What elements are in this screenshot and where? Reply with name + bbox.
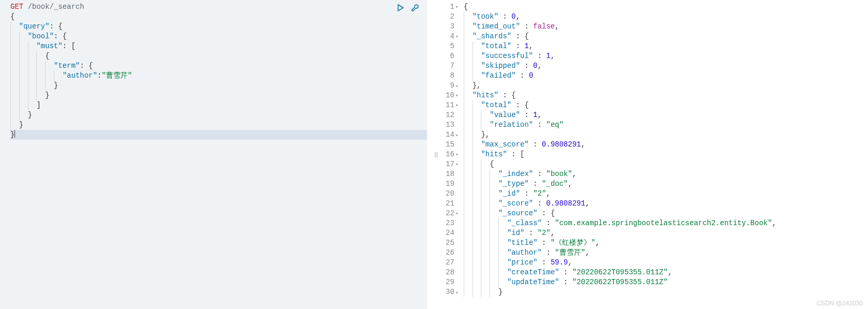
panel-divider[interactable]: ||: [427, 0, 444, 309]
response-panel: 1▾2 3 4▾5 6 7 8 9▴10▾11▾12 13 14▴15 16▾1…: [444, 0, 868, 309]
svg-marker-0: [398, 5, 403, 11]
action-buttons: [396, 3, 420, 12]
watermark: CSDN @242030: [816, 300, 863, 307]
run-query-button[interactable]: [396, 3, 405, 12]
request-editor[interactable]: GET /book/_search{ "query": { "bool": { …: [0, 0, 427, 309]
response-gutter: 1▾2 3 4▾5 6 7 8 9▴10▾11▾12 13 14▴15 16▾1…: [444, 0, 464, 309]
wrench-tools-button[interactable]: [410, 3, 420, 12]
divider-handle-icon[interactable]: ||: [433, 152, 437, 158]
response-viewer[interactable]: 1▾2 3 4▾5 6 7 8 9▴10▾11▾12 13 14▴15 16▾1…: [444, 0, 868, 309]
request-code[interactable]: GET /book/_search{ "query": { "bool": { …: [10, 0, 427, 309]
request-gutter: [0, 0, 10, 309]
request-editor-panel[interactable]: GET /book/_search{ "query": { "bool": { …: [0, 0, 427, 309]
response-code[interactable]: { "took" : 0, "timed_out" : false, "_sha…: [464, 0, 868, 309]
